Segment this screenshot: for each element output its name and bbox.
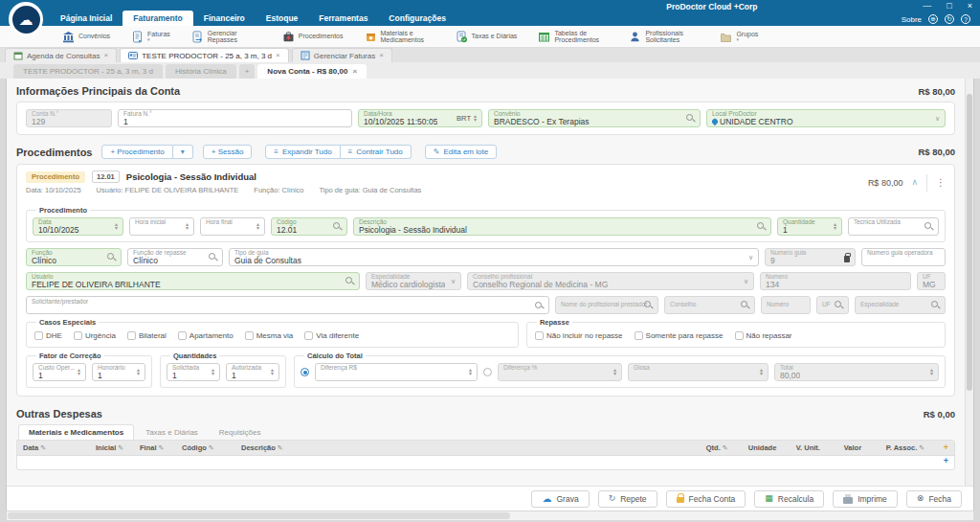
search-icon[interactable]	[924, 222, 933, 231]
checkbox-via-diferente[interactable]: Via diferente	[304, 331, 359, 340]
menu-faturamento[interactable]: Faturamento	[122, 11, 192, 26]
hora-final-field[interactable]: Hora final	[200, 217, 265, 236]
tecnica-utilizada-field[interactable]: Tecnica Utilizada	[848, 217, 939, 236]
maximize-icon[interactable]: □	[947, 1, 951, 11]
collapse-chevron-icon[interactable]	[911, 178, 918, 187]
codigo-field[interactable]: Código12.01	[271, 217, 347, 236]
tab-materiais-medicamentos[interactable]: Materiais e Medicamentos	[18, 424, 134, 440]
stepper-icon[interactable]	[78, 369, 80, 375]
ribbon-tabelas[interactable]: Tabelas de Procedimentos	[527, 26, 618, 47]
menu-ferramentas[interactable]: Ferramentas	[308, 11, 378, 26]
close-tab-icon[interactable]	[352, 68, 357, 76]
stepper-icon[interactable]	[469, 369, 472, 375]
menu-estoque[interactable]: Estoque	[256, 11, 309, 26]
close-tab-icon[interactable]	[104, 52, 109, 59]
chevron-down-icon[interactable]	[748, 254, 753, 261]
expandir-tudo-button[interactable]: ≡Expandir Tudo	[265, 145, 340, 159]
inner-tab-paciente[interactable]: TESTE PRODOCTOR - 25 a, 3 m, 3 d	[13, 64, 163, 79]
col-p-assoc[interactable]: P. Assoc.	[886, 443, 940, 452]
horizontal-scrollbar[interactable]	[6, 511, 974, 521]
checkbox-bilateral[interactable]: Bilateral	[127, 331, 167, 340]
close-tab-icon[interactable]	[379, 52, 384, 59]
col-codigo[interactable]: Código	[182, 443, 237, 452]
radio-diferenca-pct[interactable]	[483, 368, 492, 376]
checkbox-dhe[interactable]: DHE	[34, 331, 62, 340]
quantidade-autorizada-field[interactable]: Autorizada1	[226, 363, 279, 381]
col-data[interactable]: Data	[23, 443, 92, 452]
inner-tab-historia-clinica[interactable]: História Clínica	[166, 64, 236, 79]
checkbox-somente-repasse[interactable]: Somente para repasse	[635, 331, 724, 340]
numero-guia-operadora-field[interactable]: Numero guia operadora	[861, 248, 946, 266]
minimize-icon[interactable]: —	[923, 1, 931, 11]
chevron-down-icon[interactable]	[935, 115, 940, 122]
ribbon-taxas[interactable]: Taxas e Diárias	[445, 26, 528, 47]
add-sessao-button[interactable]: + Sessão	[203, 145, 253, 159]
ribbon-convenios[interactable]: Convênios	[52, 26, 121, 47]
inner-tab-add[interactable]: +	[239, 64, 256, 79]
quantidade-solicitada-field[interactable]: Solicitada1	[167, 363, 220, 381]
fecha-conta-button[interactable]: Fecha Conta	[666, 490, 746, 508]
tab-requisicoes[interactable]: Requisições	[210, 425, 271, 440]
stepper-icon[interactable]	[137, 369, 140, 375]
honorario-field[interactable]: Honorário1	[92, 363, 145, 381]
convenio-field[interactable]: ConvênioBRADESCO - Ex Terapias	[488, 109, 701, 127]
checkbox-urgencia[interactable]: Urgência	[74, 331, 116, 340]
grava-button[interactable]: Grava	[531, 490, 589, 508]
inner-tab-nova-conta[interactable]: Nova Conta - R$ 80,00	[257, 64, 367, 79]
search-icon[interactable]	[757, 222, 766, 231]
menu-pagina-inicial[interactable]: Página Inicial	[50, 11, 122, 26]
hora-inicial-field[interactable]: Hora inicial	[129, 217, 194, 236]
repete-button[interactable]: Repete	[598, 490, 657, 508]
checkbox-mesma-via[interactable]: Mesma via	[245, 331, 294, 340]
add-procedimento-button[interactable]: + Procedimento	[101, 145, 172, 159]
checkbox-apartamento[interactable]: Apartamento	[178, 331, 234, 340]
tab-paciente[interactable]: TESTE PRODOCTOR - 25 a, 3 m, 3 d	[120, 48, 289, 62]
ribbon-materiais[interactable]: Materiais e Medicamentos	[354, 26, 445, 47]
search-icon[interactable]	[209, 253, 217, 261]
tab-taxas-diarias[interactable]: Taxas e Diárias	[136, 425, 208, 440]
ribbon-profissionais[interactable]: Profissionais Solicitantes	[618, 26, 709, 47]
menu-financeiro[interactable]: Financeiro	[193, 11, 256, 26]
stepper-icon[interactable]	[115, 223, 118, 230]
col-valor[interactable]: Valor	[844, 443, 882, 452]
close-icon[interactable]: ×	[968, 1, 972, 11]
descricao-field[interactable]: DescriçãoPsicologia - Sessão Individual	[353, 217, 771, 236]
stepper-icon[interactable]	[212, 369, 214, 375]
fatura-numero-field[interactable]: Fatura N.°1	[118, 109, 352, 127]
editar-em-lote-button[interactable]: ✎Edita em lote	[425, 145, 497, 159]
ribbon-faturas[interactable]: Faturas▾	[121, 26, 181, 47]
col-inicial[interactable]: Inicial	[96, 443, 136, 452]
procedimento-summary[interactable]: Procedimento 12.01 Psicologia - Sessão I…	[17, 165, 954, 200]
funcao-field[interactable]: FunçãoClínico	[26, 248, 122, 266]
recalcula-button[interactable]: Recalcula	[754, 490, 824, 508]
custo-operacional-field[interactable]: Custo Oper...1	[33, 363, 86, 381]
radio-diferenca-rs[interactable]	[301, 368, 309, 376]
imprime-button[interactable]: Imprime	[833, 490, 898, 508]
stepper-icon[interactable]	[256, 223, 259, 230]
usuario-field[interactable]: UsuárioFELIPE DE OLIVEIRA BRILHANTE	[26, 272, 360, 290]
help-icon[interactable]: ?	[961, 14, 970, 24]
stepper-icon[interactable]	[186, 223, 189, 230]
diferenca-rs-field[interactable]: Diferença R$	[315, 363, 478, 381]
col-descricao[interactable]: Descrição	[241, 443, 702, 452]
col-final[interactable]: Final	[140, 443, 178, 452]
checkbox-nao-repassar[interactable]: Não repassar	[735, 331, 792, 340]
funcao-repasse-field[interactable]: Função de repasseClínico	[127, 248, 223, 266]
contrair-tudo-button[interactable]: ≡Contrair Tudo	[341, 145, 412, 159]
ribbon-gerenciar-repasses[interactable]: Gerenciar Repasses	[181, 26, 272, 47]
tab-agenda-consultas[interactable]: Agenda de Consultas	[5, 48, 117, 62]
search-icon[interactable]	[686, 114, 695, 123]
vertical-scrollbar[interactable]	[965, 79, 973, 486]
checkbox-nao-incluir-repasse[interactable]: Não incluir no repasse	[535, 331, 623, 340]
tab-gerenciar-faturas[interactable]: Gerenciar Faturas	[292, 48, 392, 62]
stepper-icon[interactable]	[834, 223, 836, 230]
ribbon-procedimentos[interactable]: Procedimentos	[272, 26, 354, 47]
search-icon[interactable]	[333, 222, 342, 231]
header-action-icon[interactable]: +	[944, 443, 948, 452]
quantidade-field[interactable]: Quantidade1	[777, 217, 842, 236]
col-qtd[interactable]: Qtd.	[706, 443, 745, 452]
solicitante-prestador-field[interactable]: Solicitante/prestador	[26, 296, 549, 314]
col-unidade[interactable]: Unidade	[748, 443, 792, 452]
stepper-icon[interactable]	[271, 369, 274, 375]
fecha-button[interactable]: Fecha	[906, 490, 962, 508]
